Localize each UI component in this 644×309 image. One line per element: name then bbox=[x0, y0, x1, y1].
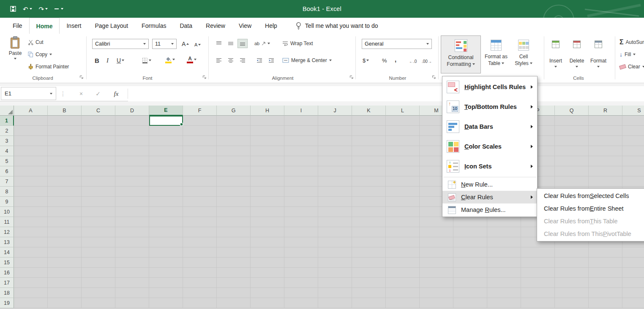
cell-Q17[interactable] bbox=[555, 278, 589, 288]
cell-L4[interactable] bbox=[386, 146, 420, 156]
menu-item-highlight-cells-rules[interactable]: Highlight Cells Rules bbox=[442, 77, 537, 97]
wrap-text-button[interactable]: Wrap Text bbox=[282, 39, 313, 48]
cell-H17[interactable] bbox=[251, 278, 284, 288]
cell-F7[interactable] bbox=[183, 176, 217, 187]
tab-formulas[interactable]: Formulas bbox=[135, 18, 173, 34]
cell-J10[interactable] bbox=[318, 207, 352, 217]
cell-R5[interactable] bbox=[589, 156, 622, 166]
cell-I4[interactable] bbox=[284, 146, 318, 156]
cell-C19[interactable] bbox=[82, 298, 115, 308]
cell-N15[interactable] bbox=[453, 258, 487, 268]
cell-C13[interactable] bbox=[82, 237, 115, 247]
cell-L19[interactable] bbox=[386, 298, 420, 308]
column-header-Q[interactable]: Q bbox=[555, 106, 589, 116]
cell-R15[interactable] bbox=[589, 258, 622, 268]
menu-item-top-bottom-rules[interactable]: Top/Bottom Rules bbox=[442, 97, 537, 117]
cell-O13[interactable] bbox=[487, 237, 521, 247]
tab-help[interactable]: Help bbox=[258, 18, 284, 34]
tab-insert[interactable]: Insert bbox=[60, 18, 88, 34]
row-header-11[interactable]: 11 bbox=[0, 217, 14, 227]
cell-L5[interactable] bbox=[386, 156, 420, 166]
cell-I16[interactable] bbox=[284, 268, 318, 278]
cell-Q6[interactable] bbox=[555, 166, 589, 176]
bottom-align-button[interactable] bbox=[237, 39, 248, 48]
cell-J4[interactable] bbox=[318, 146, 352, 156]
row-header-13[interactable]: 13 bbox=[0, 237, 14, 247]
column-header-F[interactable]: F bbox=[183, 106, 217, 116]
increase-decimal-button[interactable]: ←.0 bbox=[409, 57, 417, 66]
cell-B4[interactable] bbox=[48, 146, 82, 156]
cell-O18[interactable] bbox=[487, 288, 521, 298]
orientation-button[interactable]: ab bbox=[254, 39, 270, 48]
cell-D9[interactable] bbox=[115, 197, 149, 207]
cell-S14[interactable] bbox=[622, 247, 644, 258]
cell-G3[interactable] bbox=[217, 136, 251, 146]
cell-I9[interactable] bbox=[284, 197, 318, 207]
cell-S7[interactable] bbox=[622, 176, 644, 187]
autosum-button[interactable]: Σ AutoSum bbox=[619, 38, 644, 47]
cell-C5[interactable] bbox=[82, 156, 115, 166]
cancel-button[interactable]: × bbox=[75, 86, 87, 101]
cell-H15[interactable] bbox=[251, 258, 284, 268]
cell-D15[interactable] bbox=[115, 258, 149, 268]
cell-H14[interactable] bbox=[251, 247, 284, 258]
cell-H5[interactable] bbox=[251, 156, 284, 166]
cell-H3[interactable] bbox=[251, 136, 284, 146]
cell-A4[interactable] bbox=[14, 146, 48, 156]
cell-A8[interactable] bbox=[14, 187, 48, 197]
cell-S16[interactable] bbox=[622, 268, 644, 278]
row-header-5[interactable]: 5 bbox=[0, 156, 14, 166]
cell-D12[interactable] bbox=[115, 227, 149, 237]
cell-N19[interactable] bbox=[453, 298, 487, 308]
cell-D1[interactable] bbox=[115, 116, 149, 126]
cell-D5[interactable] bbox=[115, 156, 149, 166]
cell-I8[interactable] bbox=[284, 187, 318, 197]
cell-D8[interactable] bbox=[115, 187, 149, 197]
submenu-item-clear-rules-from-selected-cells[interactable]: Clear Rules from Selected Cells bbox=[537, 190, 644, 202]
cell-C14[interactable] bbox=[82, 247, 115, 258]
cell-D18[interactable] bbox=[115, 288, 149, 298]
cell-Q4[interactable] bbox=[555, 146, 589, 156]
cell-H16[interactable] bbox=[251, 268, 284, 278]
cell-G17[interactable] bbox=[217, 278, 251, 288]
merge-center-button[interactable]: Merge & Center bbox=[282, 56, 332, 65]
cell-A19[interactable] bbox=[14, 298, 48, 308]
cell-N16[interactable] bbox=[453, 268, 487, 278]
cell-E14[interactable] bbox=[149, 247, 183, 258]
column-header-R[interactable]: R bbox=[589, 106, 622, 116]
tab-page-layout[interactable]: Page Layout bbox=[88, 18, 135, 34]
decrease-font-size-button[interactable]: A bbox=[194, 40, 201, 49]
column-header-I[interactable]: I bbox=[284, 106, 318, 116]
delete-cells-button[interactable]: Delete bbox=[567, 37, 587, 68]
bold-button[interactable]: B bbox=[95, 56, 99, 65]
cell-A10[interactable] bbox=[14, 207, 48, 217]
cell-B2[interactable] bbox=[48, 126, 82, 136]
column-header-J[interactable]: J bbox=[318, 106, 352, 116]
cell-A5[interactable] bbox=[14, 156, 48, 166]
cell-E17[interactable] bbox=[149, 278, 183, 288]
font-color-button[interactable]: A bbox=[187, 55, 196, 64]
cell-K8[interactable] bbox=[352, 187, 386, 197]
cell-H13[interactable] bbox=[251, 237, 284, 247]
cell-O17[interactable] bbox=[487, 278, 521, 288]
cell-G10[interactable] bbox=[217, 207, 251, 217]
cell-R6[interactable] bbox=[589, 166, 622, 176]
cell-F10[interactable] bbox=[183, 207, 217, 217]
cell-R1[interactable] bbox=[589, 116, 622, 126]
cell-O11[interactable] bbox=[487, 217, 521, 227]
cell-P18[interactable] bbox=[521, 288, 555, 298]
cell-J15[interactable] bbox=[318, 258, 352, 268]
cell-I1[interactable] bbox=[284, 116, 318, 126]
row-header-3[interactable]: 3 bbox=[0, 136, 14, 146]
tab-file[interactable]: File bbox=[6, 18, 29, 34]
menu-item-new-rule[interactable]: New Rule... bbox=[442, 178, 537, 191]
cell-L12[interactable] bbox=[386, 227, 420, 237]
cell-B11[interactable] bbox=[48, 217, 82, 227]
cell-R2[interactable] bbox=[589, 126, 622, 136]
cell-N13[interactable] bbox=[453, 237, 487, 247]
cell-L10[interactable] bbox=[386, 207, 420, 217]
cell-G15[interactable] bbox=[217, 258, 251, 268]
format-as-table-button[interactable]: Format as Table bbox=[482, 35, 510, 73]
cell-M16[interactable] bbox=[420, 268, 453, 278]
cell-G12[interactable] bbox=[217, 227, 251, 237]
